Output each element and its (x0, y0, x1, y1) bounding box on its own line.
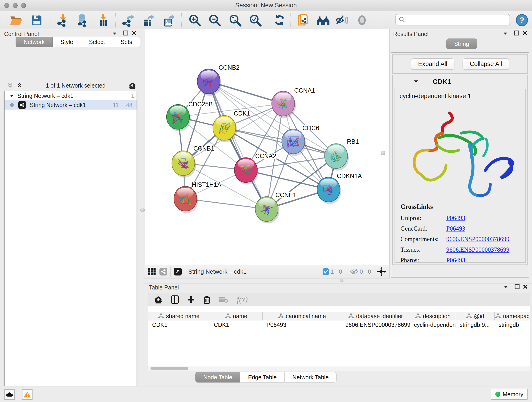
node-CDC25B[interactable]: CDC25B (167, 101, 213, 131)
first-neighbors-button[interactable] (316, 13, 330, 27)
search-input[interactable] (405, 16, 510, 23)
horizontal-splitter[interactable] (144, 279, 532, 284)
cloud-status-button[interactable] (4, 389, 15, 400)
table-panel-float-button[interactable] (515, 284, 520, 289)
network-options-button[interactable] (129, 82, 136, 89)
table-cell[interactable]: 9606.ENSP00000378699 (341, 320, 410, 329)
crosslink-row: GeneCard:P06493 (400, 223, 525, 234)
tab-network[interactable]: Network (16, 37, 53, 47)
node-CDKN1A[interactable]: CDKN1A (317, 172, 362, 204)
share-glyph-icon (20, 102, 25, 108)
scrollbar-thumb[interactable] (151, 367, 188, 370)
network-row[interactable]: String Network – cdk1 11 48 (5, 100, 137, 109)
node-CCNE1[interactable]: CCNE1 (255, 191, 297, 223)
node-label-CCNB1: CCNB1 (193, 145, 215, 152)
collapse-all-button[interactable]: Collapse All (462, 58, 509, 70)
import-table-button[interactable] (96, 13, 110, 27)
expand-all-networks-button[interactable] (17, 83, 22, 89)
import-network-database-button[interactable] (75, 13, 90, 27)
crosslink-link[interactable]: P06493 (446, 257, 465, 264)
network-canvas[interactable]: CCNB2CCNA1CDC25BCDK1CDC6RB1CCNB1CCNA2CDK… (145, 29, 389, 265)
table-cell[interactable]: cyclin-dependent ... (410, 320, 456, 329)
column-header-description[interactable]: description (410, 312, 456, 320)
crosslink-link[interactable]: 9606.ENSP00000378699 (446, 246, 509, 253)
title-bar: Session: New Session (0, 0, 532, 11)
zoom-out-button[interactable] (207, 13, 222, 27)
tab-network-table[interactable]: Network Table (285, 372, 336, 383)
table-cell[interactable]: stringdb (494, 320, 530, 329)
node-CDC6[interactable]: CDC6 (282, 125, 319, 156)
caret-down-icon (503, 31, 508, 36)
birdseye-toggle-button[interactable] (147, 267, 156, 276)
crosslink-link[interactable]: 9606.ENSP00000378699 (446, 236, 509, 243)
table-options-button[interactable] (154, 296, 162, 303)
zoom-selected-button[interactable] (248, 13, 263, 27)
column-header-label: namespac (503, 313, 529, 319)
control-panel-close-button[interactable] (132, 31, 137, 36)
column-header-database-identifier[interactable]: database identifier (341, 312, 410, 320)
horizontal-splitter-handle[interactable] (340, 279, 343, 282)
tab-edge-table[interactable]: Edge Table (240, 372, 285, 383)
export-network-button[interactable] (121, 13, 136, 27)
node-RB1[interactable]: RB1 (325, 138, 359, 171)
delete-column-button[interactable] (203, 295, 210, 304)
expand-all-button[interactable]: Expand All (411, 58, 455, 70)
fit-content-button[interactable] (377, 267, 386, 276)
table-horizontal-scrollbar[interactable] (148, 366, 530, 370)
zoom-in-button[interactable] (187, 13, 202, 27)
control-panel-menu-caret[interactable] (112, 31, 117, 36)
warnings-button[interactable] (22, 389, 32, 400)
right-splitter-handle[interactable] (381, 151, 385, 155)
crosslink-link[interactable]: P06493 (446, 225, 465, 232)
table-cell[interactable]: P06493 (262, 320, 341, 329)
tab-node-table[interactable]: Node Table (196, 372, 240, 383)
refresh-button[interactable] (272, 13, 287, 27)
network-collection-row[interactable]: String Network – cdk1 1 (5, 91, 137, 100)
table-cell[interactable]: CDK1 (148, 320, 210, 329)
show-all-button[interactable] (355, 13, 369, 27)
collapse-all-networks-button[interactable] (7, 83, 13, 89)
table-cell[interactable]: CDK1 (210, 320, 263, 329)
node-CCNB1[interactable]: CCNB1 (172, 145, 215, 178)
table-cell[interactable]: stringdb:9... (456, 320, 495, 329)
save-session-button[interactable] (29, 13, 44, 27)
control-panel-float-button[interactable] (123, 31, 128, 36)
clone-network-button[interactable] (296, 13, 311, 27)
edge-CCNB2-CCNE1[interactable] (209, 81, 267, 209)
node-HIST1H1A[interactable]: HIST1H1A (174, 181, 221, 213)
hide-selected-button[interactable] (335, 13, 350, 27)
tab-select[interactable]: Select (81, 37, 113, 47)
column-header-shared-name[interactable]: shared name (148, 312, 210, 320)
help-button[interactable]: ? (515, 13, 529, 27)
float-window-icon (515, 284, 520, 289)
node-CDK1[interactable]: CDK1 (213, 110, 250, 142)
open-in-window-button[interactable] (174, 268, 182, 275)
tab-style[interactable]: Style (53, 37, 81, 47)
results-panel-float-button[interactable] (514, 31, 519, 36)
import-network-file-button[interactable] (56, 13, 70, 27)
tab-string[interactable]: String (446, 38, 477, 49)
column-header-canonical-name[interactable]: canonical name (262, 312, 341, 320)
show-columns-button[interactable] (171, 295, 179, 304)
tab-sets[interactable]: Sets (113, 37, 140, 47)
export-table-button[interactable] (141, 13, 155, 27)
table-panel-menu-caret[interactable] (503, 285, 509, 289)
results-panel-menu-caret[interactable] (503, 31, 508, 36)
table-panel-close-button[interactable] (523, 284, 528, 289)
left-splitter-handle[interactable] (140, 208, 145, 212)
zoom-fit-button[interactable] (228, 13, 242, 27)
column-header-name[interactable]: name (210, 312, 263, 320)
open-session-button[interactable] (9, 13, 23, 27)
node-CCNB2[interactable]: CCNB2 (197, 64, 240, 96)
toolbar-separator (50, 13, 51, 27)
create-column-button[interactable] (187, 296, 195, 303)
column-header-namespac[interactable]: namespac (494, 312, 530, 320)
gene-entry-header[interactable]: CDK1 (393, 75, 527, 88)
results-panel-close-button[interactable] (522, 31, 527, 36)
column-header--id[interactable]: @id (456, 312, 495, 320)
zoom-selected-icon (249, 14, 262, 27)
memory-button[interactable]: Memory (491, 389, 528, 400)
export-image-button[interactable] (161, 13, 176, 27)
crosslink-link[interactable]: P06493 (446, 215, 465, 222)
table-row[interactable]: CDK1CDK1P064939606.ENSP00000378699cyclin… (148, 320, 530, 329)
